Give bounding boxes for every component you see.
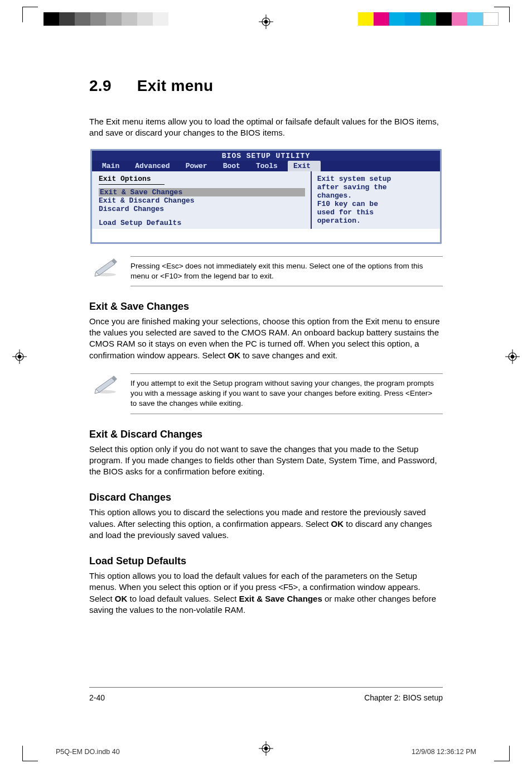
note-text: Pressing <Esc> does not immediately exit… bbox=[130, 256, 443, 286]
paragraph: Select this option only if you do not wa… bbox=[89, 444, 443, 478]
paragraph: Once you are finished making your select… bbox=[89, 316, 443, 361]
bios-option: Load Setup Defaults bbox=[99, 219, 305, 227]
registration-mark-icon bbox=[259, 15, 273, 29]
bios-tab-boot: Boot bbox=[217, 161, 250, 171]
paragraph: This option allows you to discard the se… bbox=[89, 507, 443, 541]
bios-tab-main: Main bbox=[96, 161, 129, 171]
slug-file: P5Q-EM DO.indb 40 bbox=[56, 748, 120, 756]
subheading-load-defaults: Load Setup Defaults bbox=[89, 555, 443, 567]
crop-mark bbox=[22, 743, 40, 761]
crop-mark bbox=[492, 743, 510, 761]
bios-tab-tools: Tools bbox=[250, 161, 288, 171]
bios-tab-power: Power bbox=[180, 161, 217, 171]
bios-utility-screenshot: BIOS SETUP UTILITY Main Advanced Power B… bbox=[90, 149, 442, 244]
bios-option-selected: Exit & Save Changes bbox=[99, 188, 305, 196]
pencil-note-icon bbox=[93, 373, 119, 397]
bios-help-line: used for this bbox=[317, 208, 434, 217]
note-block: If you attempt to exit the Setup program… bbox=[93, 373, 443, 414]
note-block: Pressing <Esc> does not immediately exit… bbox=[93, 256, 443, 286]
bios-tab-advanced: Advanced bbox=[129, 161, 180, 171]
print-slug: P5Q-EM DO.indb 40 12/9/08 12:36:12 PM bbox=[56, 748, 476, 756]
registration-mark-icon bbox=[505, 349, 520, 364]
registration-mark-icon bbox=[12, 349, 27, 364]
bios-help-line: changes. bbox=[317, 191, 434, 200]
note-text: If you attempt to exit the Setup program… bbox=[130, 373, 443, 414]
pencil-note-icon bbox=[93, 256, 119, 280]
section-title-text: Exit menu bbox=[137, 77, 214, 95]
bios-tab-exit: Exit bbox=[288, 161, 321, 171]
page-frame: 2.9 Exit menu The Exit menu items allow … bbox=[56, 56, 476, 712]
subheading-exit-discard: Exit & Discard Changes bbox=[89, 429, 443, 440]
slug-date: 12/9/08 12:36:12 PM bbox=[412, 748, 476, 756]
section-number: 2.9 bbox=[89, 77, 112, 95]
subheading-exit-save: Exit & Save Changes bbox=[89, 301, 443, 313]
section-heading: 2.9 Exit menu bbox=[89, 77, 443, 95]
page-number: 2-40 bbox=[89, 693, 105, 702]
chapter-label: Chapter 2: BIOS setup bbox=[364, 693, 443, 702]
bios-help-line: after saving the bbox=[317, 183, 434, 191]
bios-help-line: Exit system setup bbox=[317, 175, 434, 183]
bios-help-line: operation. bbox=[317, 217, 434, 225]
page-footer: 2-40 Chapter 2: BIOS setup bbox=[89, 687, 443, 702]
intro-paragraph: The Exit menu items allow you to load th… bbox=[89, 116, 443, 139]
subheading-discard: Discard Changes bbox=[89, 492, 443, 503]
bios-option: Discard Changes bbox=[99, 205, 305, 213]
bios-help-line: F10 key can be bbox=[317, 200, 434, 208]
bios-option: Exit & Discard Changes bbox=[99, 196, 305, 205]
torn-edge-decoration bbox=[91, 229, 441, 243]
bios-tab-bar: Main Advanced Power Boot Tools Exit bbox=[92, 161, 440, 171]
paragraph: This option allows you to load the defau… bbox=[89, 570, 443, 616]
bios-title: BIOS SETUP UTILITY bbox=[92, 151, 440, 161]
bios-options-header: Exit Options bbox=[99, 175, 305, 183]
